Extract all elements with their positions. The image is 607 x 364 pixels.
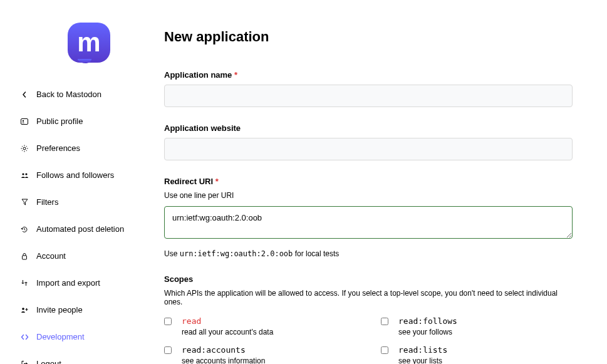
- scope-checkbox[interactable]: [381, 346, 388, 354]
- field-scopes: Scopes Which APIs the application will b…: [164, 274, 573, 364]
- field-app-name: Application name *: [164, 70, 573, 107]
- main-content: New application Application name * Appli…: [157, 0, 595, 364]
- nav-import-export[interactable]: Import and export: [19, 273, 144, 293]
- nav-public-profile[interactable]: Public profile: [19, 111, 144, 132]
- redirect-uri-posthint: Use urn:ietf:wg:oauth:2.0:oob for local …: [164, 249, 573, 258]
- nav-account[interactable]: Account: [19, 246, 144, 266]
- svg-point-6: [25, 173, 27, 175]
- scopes-hint: Which APIs the application will be allow…: [164, 289, 573, 306]
- scope-read-accounts: read:accounts see accounts information: [164, 345, 356, 364]
- nav-label: Follows and followers: [36, 170, 114, 180]
- sidebar: m Back to Mastodon Public profile Prefer…: [0, 0, 157, 364]
- nav-logout[interactable]: Logout: [19, 353, 144, 364]
- app-name-input[interactable]: [164, 85, 573, 107]
- redirect-uri-hint: Use one line per URI: [164, 191, 573, 200]
- nav-invite-people[interactable]: Invite people: [19, 299, 144, 320]
- nav-filters[interactable]: Filters: [19, 192, 144, 212]
- svg-point-8: [22, 308, 24, 310]
- svg-point-5: [22, 173, 24, 175]
- scope-name: read: [182, 316, 356, 326]
- svg-point-4: [23, 147, 26, 150]
- people-icon: [20, 171, 29, 180]
- scope-name: read:lists: [398, 345, 573, 355]
- gear-icon: [20, 144, 29, 153]
- nav-label: Invite people: [36, 305, 83, 315]
- scope-name: read:accounts: [182, 345, 356, 355]
- nav-label: Import and export: [36, 278, 100, 288]
- lock-icon: [20, 252, 29, 261]
- svg-text:m: m: [77, 28, 100, 57]
- scope-name: read:follows: [398, 316, 573, 326]
- scope-read-follows: read:follows see your follows: [381, 316, 573, 336]
- nav-back-to-mastodon[interactable]: Back to Mastodon: [19, 84, 144, 105]
- card-icon: [20, 117, 29, 126]
- import-export-icon: [20, 279, 29, 288]
- nav-preferences[interactable]: Preferences: [19, 138, 144, 159]
- nav-label: Development: [36, 332, 85, 341]
- history-icon: [20, 225, 29, 234]
- nav-label: Preferences: [36, 143, 80, 153]
- scope-checkbox[interactable]: [164, 318, 172, 325]
- scope-read-lists: read:lists see your lists: [381, 345, 573, 364]
- scope-checkbox[interactable]: [381, 318, 388, 325]
- nav-follows-followers[interactable]: Follows and followers: [19, 165, 144, 185]
- nav-development[interactable]: Development: [19, 326, 144, 347]
- svg-rect-7: [23, 256, 27, 259]
- field-app-website: Application website: [164, 123, 573, 160]
- svg-rect-2: [21, 118, 28, 124]
- scope-read: read read all your account's data: [164, 316, 356, 336]
- field-redirect-uri: Redirect URI * Use one line per URI urn:…: [164, 177, 573, 258]
- scope-desc: read all your account's data: [182, 328, 273, 336]
- mastodon-logo: m: [64, 19, 114, 69]
- page-title: New application: [164, 29, 573, 45]
- logout-icon: [20, 360, 29, 365]
- app-website-input[interactable]: [164, 138, 573, 160]
- scope-desc: see your lists: [398, 356, 442, 364]
- nav-label: Automated post deletion: [36, 224, 124, 234]
- scopes-label: Scopes: [164, 274, 573, 284]
- nav-label: Filters: [36, 197, 58, 207]
- nav-automated-post-deletion[interactable]: Automated post deletion: [19, 219, 144, 239]
- scopes-grid: read read all your account's data read:f…: [164, 316, 573, 364]
- redirect-uri-label: Redirect URI *: [164, 177, 573, 186]
- nav-label: Public profile: [36, 117, 83, 126]
- scope-checkbox[interactable]: [164, 346, 172, 354]
- app-name-label: Application name *: [164, 70, 573, 80]
- redirect-uri-input[interactable]: urn:ietf:wg:oauth:2.0:oob: [164, 206, 573, 239]
- nav-label: Back to Mastodon: [36, 90, 101, 99]
- chevron-left-icon: [20, 90, 29, 99]
- nav-label: Logout: [36, 359, 61, 364]
- invite-icon: [20, 306, 29, 315]
- svg-point-3: [23, 120, 24, 121]
- nav-label: Account: [36, 251, 66, 261]
- app-website-label: Application website: [164, 123, 573, 133]
- code-icon: [20, 333, 29, 341]
- filter-icon: [20, 198, 29, 207]
- scope-desc: see your follows: [398, 328, 452, 336]
- scope-desc: see accounts information: [182, 356, 265, 364]
